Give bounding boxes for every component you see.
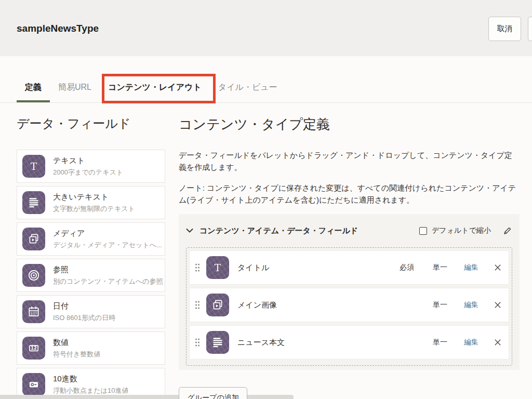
palette-item-desc: デジタル・メディア・アセットへ... — [53, 241, 162, 250]
large-text-icon — [22, 191, 45, 214]
palette-item-label: テキスト — [53, 156, 123, 166]
palette-item-label: 日付 — [53, 301, 115, 311]
text-icon: T — [206, 256, 229, 279]
field-row-main-image[interactable]: メイン画像 単一 編集 — [189, 288, 509, 322]
remove-field-icon[interactable] — [488, 339, 501, 346]
tab-friendly-url-label: 簡易URL — [58, 82, 91, 93]
date-icon — [22, 300, 45, 323]
field-row-label: メイン画像 — [237, 300, 277, 310]
arity-badge: 単一 — [433, 300, 464, 310]
panel-title: コンテンツ・アイテム・データ・フィールド — [200, 226, 358, 236]
drag-handle-icon[interactable] — [195, 300, 200, 310]
edit-link[interactable]: 編集 — [464, 338, 488, 347]
palette-item-desc: 別のコンテンツ・アイテムへの参照 — [53, 277, 163, 286]
chevron-down-icon[interactable] — [186, 228, 193, 233]
section-title: コンテンツ・タイプ定義 — [179, 115, 520, 134]
tab-bar: 定義 簡易URL コンテンツ・レイアウト タイル・ビュー — [0, 73, 532, 103]
panel-header: コンテンツ・アイテム・データ・フィールド デフォルトで縮小 — [186, 214, 512, 247]
collapse-default-checkbox[interactable] — [419, 227, 427, 235]
palette-item-large-text[interactable]: 大きいテキスト 文字数が無制限のテキスト — [17, 186, 165, 219]
collapse-default-label: デフォルトで縮小 — [432, 226, 491, 235]
palette-item-media[interactable]: メディア デジタル・メディア・アセットへ... — [17, 222, 165, 256]
decimal-icon — [22, 373, 45, 396]
palette-item-label: メディア — [53, 229, 162, 238]
palette-item-reference[interactable]: 参照 別のコンテンツ・アイテムへの参照 — [17, 259, 165, 292]
remove-field-icon[interactable] — [488, 264, 501, 271]
palette-item-decimal[interactable]: 10進数 浮動小数点または10進値 — [17, 368, 165, 399]
reference-icon — [22, 264, 45, 287]
palette-item-label: 数値 — [53, 338, 100, 348]
palette-item-desc: 符号付き整数値 — [53, 350, 100, 359]
number-icon: 12 — [22, 337, 45, 360]
content-type-definition-section: コンテンツ・タイプ定義 データ・フィールドをパレットからドラッグ・アンド・ドロッ… — [179, 115, 520, 206]
content-item-data-fields-panel: コンテンツ・アイテム・データ・フィールド デフォルトで縮小 T タイトル 必須 … — [179, 214, 520, 370]
media-icon — [22, 228, 45, 250]
palette-item-label: 参照 — [53, 265, 163, 275]
palette-item-date[interactable]: 日付 ISO 8601形式の日時 — [17, 295, 165, 328]
edit-link[interactable]: 編集 — [464, 300, 488, 310]
remove-field-icon[interactable] — [488, 301, 501, 309]
tab-tile-view[interactable]: タイル・ビュー — [210, 73, 286, 102]
required-badge: 必須 — [400, 263, 433, 272]
palette-item-desc: 文字数が無制限のテキスト — [53, 204, 135, 214]
cancel-button[interactable]: 取消 — [488, 17, 521, 41]
tab-content-layout[interactable]: コンテンツ・レイアウト — [100, 73, 210, 102]
tab-definition[interactable]: 定義 — [17, 73, 50, 102]
arity-badge: 単一 — [433, 263, 464, 272]
bottom-scroll-strip — [0, 395, 294, 399]
edit-pencil-icon[interactable] — [502, 226, 512, 236]
tab-tile-view-label: タイル・ビュー — [218, 82, 277, 93]
data-fields-palette: データ・フィールド T テキスト 2000字までのテキスト 大きいテキスト 文字… — [17, 115, 165, 399]
page-header: sampleNewsType 取消 — [0, 0, 532, 56]
large-text-icon — [206, 331, 229, 354]
section-note: ノート: コンテンツ・タイプに保存された変更は、すべての関連付けられたコンテンツ… — [179, 182, 520, 206]
edit-link[interactable]: 編集 — [464, 263, 488, 272]
palette-title: データ・フィールド — [17, 115, 165, 132]
drag-handle-icon[interactable] — [195, 338, 200, 347]
palette-item-label: 大きいテキスト — [53, 192, 135, 202]
svg-text:T: T — [215, 262, 221, 273]
clipped-edge-button[interactable] — [528, 17, 532, 41]
page-title: sampleNewsType — [17, 23, 99, 34]
palette-item-desc: 浮動小数点または10進値 — [53, 386, 128, 395]
tab-content-layout-label: コンテンツ・レイアウト — [108, 82, 202, 93]
palette-item-text[interactable]: T テキスト 2000字までのテキスト — [17, 150, 165, 183]
section-description: データ・フィールドをパレットからドラッグ・アンド・ドロップして、コンテンツ・タイ… — [179, 149, 520, 174]
field-row-title[interactable]: T タイトル 必須 単一 編集 — [189, 250, 509, 285]
svg-text:12: 12 — [31, 345, 36, 351]
arity-badge: 単一 — [433, 338, 464, 347]
field-row-label: タイトル — [237, 263, 269, 273]
media-icon — [206, 294, 229, 316]
fields-drop-zone[interactable]: T タイトル 必須 単一 編集 メイン画像 単一 — [186, 247, 512, 366]
drag-handle-icon[interactable] — [195, 263, 200, 272]
palette-item-label: 10進数 — [53, 374, 128, 384]
add-group-button[interactable]: グループの追加 — [179, 387, 247, 399]
palette-item-desc: 2000字までのテキスト — [53, 168, 123, 177]
field-row-news-body[interactable]: ニュース本文 単一 編集 — [189, 325, 509, 360]
palette-item-number[interactable]: 12 数値 符号付き整数値 — [17, 331, 165, 365]
tab-friendly-url[interactable]: 簡易URL — [50, 73, 100, 102]
svg-text:T: T — [31, 161, 37, 172]
text-icon: T — [22, 155, 45, 178]
palette-item-desc: ISO 8601形式の日時 — [53, 313, 115, 323]
tab-definition-label: 定義 — [25, 82, 42, 93]
field-row-label: ニュース本文 — [237, 338, 285, 348]
